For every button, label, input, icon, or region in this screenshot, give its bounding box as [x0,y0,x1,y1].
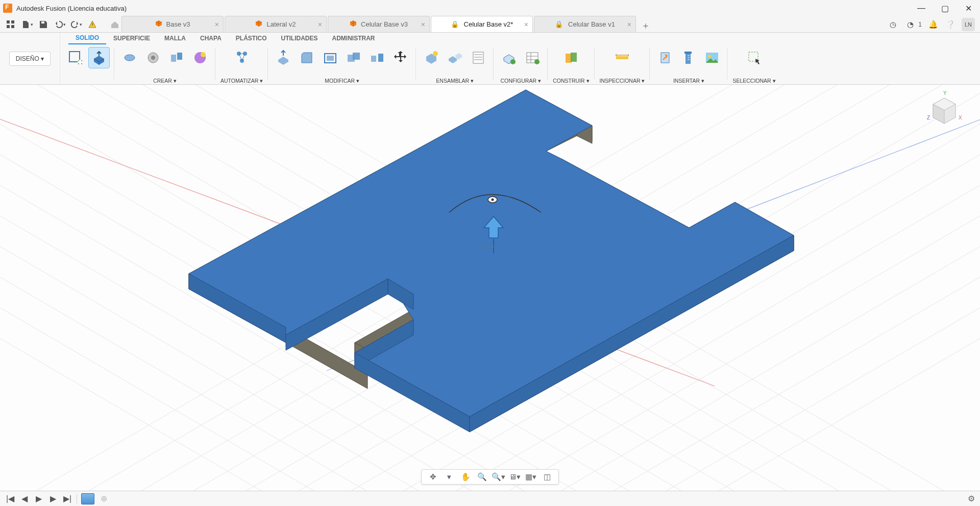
doc-tab-lateral-v2[interactable]: Lateral v2 × [225,16,327,32]
extensions-icon[interactable]: ◷ [887,18,899,31]
orbit-button[interactable]: ✥ [426,470,440,484]
timeline-play-button[interactable]: ▶ [34,494,44,504]
timeline-end-button[interactable]: ▶| [62,494,72,504]
ribbon-group-label[interactable]: MODIFICAR ▾ [325,78,359,84]
workspace-switcher[interactable]: DISEÑO ▾ [0,33,60,84]
combine-button[interactable] [344,47,364,68]
timeline-start-button[interactable]: |◀ [5,494,15,504]
select-button[interactable] [744,47,765,68]
ribbon-group-sketch [60,45,114,85]
config-table-button[interactable] [522,47,543,68]
ribbon-tab-administrar[interactable]: ADMINISTRAR [325,33,382,44]
timeline-feature-extrude[interactable] [81,493,94,504]
insert-mcmaster-button[interactable] [678,47,699,68]
revolve-tool-button[interactable] [119,47,140,68]
ribbon-group-label[interactable]: INSERTAR ▾ [673,78,704,84]
ribbon-group-label[interactable]: CONSTRUIR ▾ [553,78,589,84]
save-button[interactable] [37,18,50,31]
undo-button[interactable]: ▾ [53,18,66,31]
ribbon-group-label[interactable]: AUTOMATIZAR ▾ [220,78,263,84]
grid-settings-button[interactable]: ▦▾ [524,470,538,484]
doc-tab-celular-base-v2[interactable]: 🔒 Celular Base v2* × [431,16,533,32]
timeline-marker[interactable]: ⊕ [99,494,109,504]
new-tab-button[interactable]: ＋ [639,19,652,32]
bom-button[interactable] [468,47,488,68]
doc-tab-celular-base-v3[interactable]: Celular Base v3 × [328,16,430,32]
new-component-button[interactable] [421,47,442,68]
configure-button[interactable] [499,47,519,68]
svg-rect-38 [571,53,577,62]
align-button[interactable] [367,47,387,68]
doc-tab-base-v3[interactable]: Base v3 × [121,16,224,32]
insert-derive-button[interactable] [655,47,675,68]
create-sketch-button[interactable] [65,47,86,68]
timeline-prev-button[interactable]: ◀ [19,494,30,504]
move-button[interactable] [390,47,411,68]
doc-tab-label: Celular Base v2* [464,20,513,28]
modeling-canvas[interactable]: 4.00 X Y Z ✥ ▾ ✋ 🔍 🔍▾ 🖥▾ ▦▾ ◫ [0,85,980,491]
press-pull-button[interactable] [273,47,293,68]
close-icon[interactable]: × [524,20,528,29]
notifications-icon[interactable]: 🔔 [927,18,939,31]
extrude-button[interactable] [89,47,109,68]
lookat-button[interactable]: ▾ [442,470,456,484]
timeline-next-button[interactable]: ▶ [48,494,58,504]
ribbon-tab-malla[interactable]: MALLA [157,33,193,44]
maximize-button[interactable]: ▢ [933,0,957,16]
app-title: Autodesk Fusion (Licencia educativa) [16,5,127,12]
viewport-layout-button[interactable]: ◫ [540,470,554,484]
svg-rect-21 [327,56,334,61]
ribbon-tab-solido[interactable]: SOLIDO [68,32,106,44]
minimize-button[interactable]: — [910,0,933,16]
measure-button[interactable] [612,47,632,68]
ribbon-tab-chapa[interactable]: CHAPA [193,33,229,44]
redo-button[interactable]: ▾ [69,18,83,31]
ribbon-group-label[interactable]: INSPECCIONAR ▾ [600,78,645,84]
diagnostics-button[interactable] [86,18,99,31]
cube-icon [255,20,262,29]
construct-plane-button[interactable] [561,47,581,68]
close-icon[interactable]: × [215,20,219,29]
insert-image-button[interactable] [702,47,722,68]
automate-tool-button[interactable] [232,47,252,68]
file-menu-button[interactable]: ▾ [20,18,34,31]
selected-face[interactable] [189,90,794,417]
data-panel-button[interactable] [4,18,17,31]
svg-point-31 [510,59,516,64]
ribbon-group-label[interactable]: ENSAMBLAR ▾ [436,78,474,84]
create-form-button[interactable] [190,47,210,68]
close-icon[interactable]: × [318,20,322,29]
viewcube[interactable]: X Y Z [922,90,967,135]
user-avatar[interactable]: LN [962,18,975,31]
ribbon-tab-utilidades[interactable]: UTILIDADES [274,33,325,44]
fillet-button[interactable] [297,47,317,68]
ribbon-group-label[interactable]: CREAR ▾ [153,78,177,84]
svg-rect-41 [684,52,692,54]
close-icon[interactable]: × [627,20,631,29]
joint-button[interactable] [445,47,465,68]
svg-rect-24 [371,56,376,62]
zoom-button[interactable]: 🔍 [475,470,489,484]
ribbon-tab-plastico[interactable]: PLÁSTICO [229,33,274,44]
pan-button[interactable]: ✋ [458,470,473,484]
help-icon[interactable]: ❔ [944,18,957,31]
ribbon-group-label[interactable]: SELECCIONAR ▾ [732,78,775,84]
close-icon[interactable]: × [421,20,425,29]
sweep-tool-button[interactable] [143,47,163,68]
ribbon-main: SOLIDO SUPERFICIE MALLA CHAPA PLÁSTICO U… [60,33,980,84]
job-status-icon[interactable]: ◔ [904,18,916,31]
doc-tab-label: Base v3 [166,20,190,28]
home-tab-button[interactable] [108,18,121,31]
timeline-settings-button[interactable]: ⚙ [968,494,975,503]
doc-tab-label: Celular Base v3 [361,20,408,28]
loft-tool-button[interactable] [166,47,187,68]
app-icon [3,4,12,13]
ribbon: DISEÑO ▾ SOLIDO SUPERFICIE MALLA CHAPA P… [0,33,980,85]
doc-tab-celular-base-v1[interactable]: 🔒 Celular Base v1 × [534,16,636,32]
ribbon-tab-superficie[interactable]: SUPERFICIE [106,33,157,44]
zoom-window-button[interactable]: 🔍▾ [491,470,505,484]
display-settings-button[interactable]: 🖥▾ [507,470,522,484]
close-button[interactable]: ✕ [957,0,980,16]
ribbon-group-label[interactable]: CONFIGURAR ▾ [500,78,541,84]
shell-button[interactable] [320,47,340,68]
